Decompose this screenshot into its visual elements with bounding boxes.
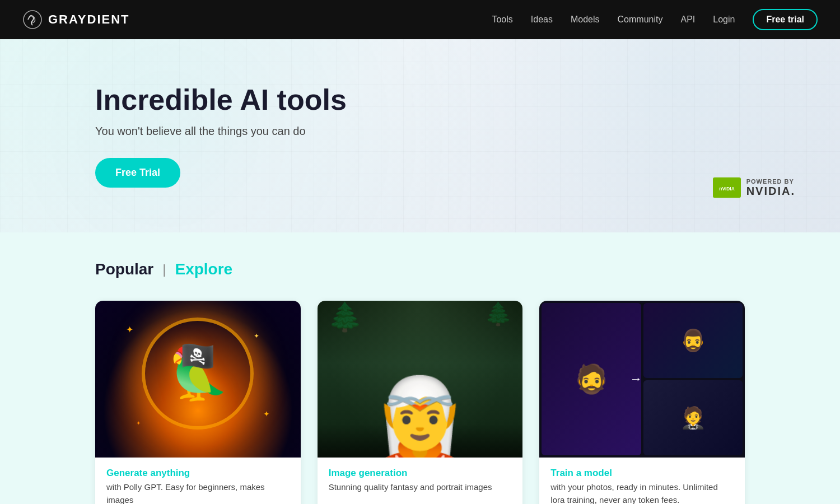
- model-output-2-emoji: 🤵: [680, 405, 706, 430]
- hero-subtitle: You won't believe all the things you can…: [95, 125, 431, 138]
- card-img-elf-bg: 🧝 🌲 🌲: [318, 301, 523, 458]
- card-title-elf[interactable]: Image generation: [329, 468, 408, 478]
- card-image-elf: 🧝 🌲 🌲: [318, 301, 523, 458]
- model-source-emoji: 🧔: [574, 363, 609, 395]
- cards-grid: 🦜 🏴‍☠️ ✦ ✦ ✦ ✦ Generate anything with Po…: [95, 301, 745, 504]
- navbar: GRAYDIENT Tools Ideas Models Community A…: [0, 0, 840, 39]
- card-desc-elf: Stunning quality fantasy and portrait im…: [329, 481, 512, 494]
- card-title-model[interactable]: Train a model: [550, 468, 612, 478]
- nav-tools[interactable]: Tools: [492, 15, 512, 25]
- sparkle-2: ✦: [254, 332, 259, 340]
- model-arrow: →: [630, 372, 641, 386]
- tab-popular[interactable]: Popular: [95, 260, 153, 278]
- content-section: Popular | Explore 🦜 🏴‍☠️ ✦ ✦ ✦ ✦: [0, 232, 840, 504]
- card-body-model: Train a model with your photos, ready in…: [539, 458, 745, 504]
- nvidia-text-block: POWERED BY NVIDIA.: [746, 178, 795, 198]
- tree-1: 🌲: [328, 301, 362, 333]
- card-body-generate: Generate anything with Polly GPT. Easy f…: [95, 458, 301, 504]
- tab-explore[interactable]: Explore: [175, 260, 232, 278]
- section-tabs: Popular | Explore: [95, 260, 745, 278]
- navbar-links: Tools Ideas Models Community API Login F…: [492, 9, 818, 30]
- pirate-hat: 🏴‍☠️: [180, 340, 215, 372]
- hero-free-trial-button[interactable]: Free Trial: [95, 158, 180, 188]
- card-image-pirate: 🦜 🏴‍☠️ ✦ ✦ ✦ ✦: [95, 301, 301, 458]
- nvidia-badge: nVIDIA POWERED BY NVIDIA.: [713, 176, 795, 199]
- nav-ideas[interactable]: Ideas: [531, 15, 553, 25]
- hero-section: Incredible AI tools You won't believe al…: [0, 39, 840, 232]
- card-img-pirate-bg: 🦜 🏴‍☠️ ✦ ✦ ✦ ✦: [95, 301, 301, 458]
- nav-free-trial-button[interactable]: Free trial: [753, 9, 818, 30]
- tab-divider: |: [162, 262, 166, 277]
- model-source-img: 🧔 →: [542, 303, 641, 455]
- svg-point-0: [24, 11, 41, 29]
- card-desc-model: with your photos, ready in minutes. Unli…: [550, 481, 734, 504]
- elf-figure: 🧝: [364, 379, 476, 458]
- card-image-model: 🧔 → 🧔‍♂️ 🤵: [539, 301, 745, 458]
- card-train-model[interactable]: 🧔 → 🧔‍♂️ 🤵 Train a model with yo: [539, 301, 745, 504]
- card-body-elf: Image generation Stunning quality fantas…: [318, 458, 523, 504]
- logo-text: GRAYDIENT: [48, 12, 130, 27]
- logo-link[interactable]: GRAYDIENT: [22, 10, 130, 30]
- nav-models[interactable]: Models: [571, 15, 600, 25]
- sparkle-1: ✦: [126, 324, 133, 335]
- nvidia-brand: NVIDIA.: [746, 185, 795, 198]
- sparkle-4: ✦: [263, 409, 270, 418]
- card-img-model-grid: 🧔 → 🧔‍♂️ 🤵: [539, 301, 745, 458]
- logo-icon: [22, 10, 43, 30]
- hero-title: Incredible AI tools: [95, 84, 431, 116]
- model-output-1: 🧔‍♂️: [643, 303, 743, 378]
- nav-login[interactable]: Login: [713, 15, 735, 25]
- card-desc-generate: with Polly GPT. Easy for beginners, make…: [106, 481, 290, 504]
- model-output-2: 🤵: [643, 380, 743, 455]
- card-title-generate[interactable]: Generate anything: [106, 468, 190, 478]
- hero-content: Incredible AI tools You won't believe al…: [95, 84, 431, 188]
- card-generate-anything[interactable]: 🦜 🏴‍☠️ ✦ ✦ ✦ ✦ Generate anything with Po…: [95, 301, 301, 504]
- nvidia-powered-by: POWERED BY: [746, 178, 795, 185]
- nav-api[interactable]: API: [680, 15, 695, 25]
- svg-text:nVIDIA: nVIDIA: [719, 186, 734, 192]
- tree-2: 🌲: [484, 301, 512, 327]
- card-elf-warrior[interactable]: 🧝 🌲 🌲 Image generation Stunning quality …: [318, 301, 523, 504]
- sparkle-3: ✦: [136, 420, 141, 426]
- nvidia-icon: nVIDIA: [713, 176, 741, 199]
- nav-community[interactable]: Community: [618, 15, 663, 25]
- model-output-1-emoji: 🧔‍♂️: [680, 328, 706, 353]
